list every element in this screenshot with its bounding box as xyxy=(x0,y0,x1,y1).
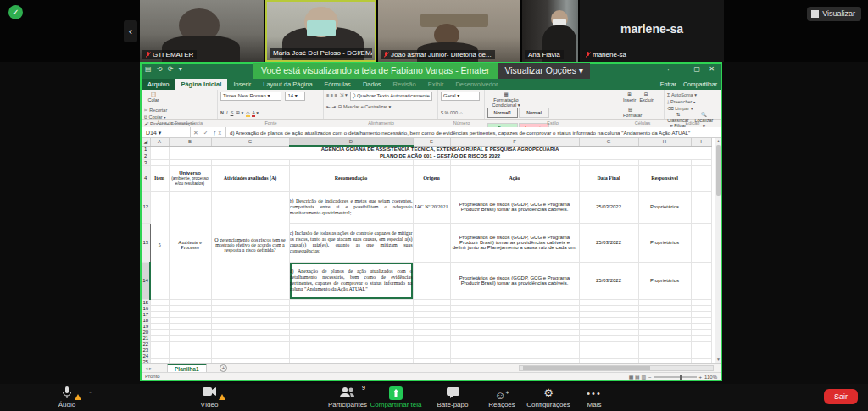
cell-acao[interactable]: Proprietários de riscos (GGDP, GCG e Pro… xyxy=(450,262,579,299)
leave-meeting-button[interactable]: Sair xyxy=(824,389,858,404)
tab-view[interactable]: Exibir xyxy=(422,79,450,90)
tab-page-layout[interactable]: Layout da Página xyxy=(257,79,318,90)
cell-recomendacao-d-selected[interactable]: d) Anexação de planos de ação atualizado… xyxy=(289,262,413,299)
sheet-row[interactable]: 23 xyxy=(142,347,711,353)
plan-data-row[interactable]: 12 5 Ambiente e Processo O gerenciamento… xyxy=(142,191,711,223)
number-format-select[interactable]: Geral ▾ xyxy=(441,92,480,101)
zoom-slider[interactable] xyxy=(654,376,697,378)
sheet-row[interactable]: 2 PLANO DE AÇÃO 001 - GESTÃO DE RISCOS 2… xyxy=(142,153,711,159)
format-cells-button[interactable]: ▤Formatar xyxy=(623,107,637,118)
security-shield-icon[interactable]: ✓ xyxy=(8,5,23,19)
borders-button[interactable]: ⊞ ▾ xyxy=(236,110,243,115)
formula-buttons[interactable]: ✕ ✓ ƒx xyxy=(191,127,226,137)
plan-header-row[interactable]: 4 Item Universo (ambiente, processo e/ou… xyxy=(142,165,711,191)
cell-responsavel[interactable]: Proprietários xyxy=(638,262,691,299)
tab-data[interactable]: Dados xyxy=(357,79,387,90)
select-all-corner[interactable]: ◢ xyxy=(142,138,150,146)
cell-acao[interactable]: Proprietários de riscos (GGDP, GCG e Pro… xyxy=(450,223,579,262)
cell-origem[interactable] xyxy=(413,223,450,262)
align-buttons[interactable]: ≡ ≡ ≡ xyxy=(326,92,337,97)
view-options-button[interactable]: Visualizar Opções ▾ xyxy=(498,63,590,79)
tab-insert[interactable]: Inserir xyxy=(227,79,257,90)
paste-button[interactable]: 📋 Colar xyxy=(144,92,163,103)
cell-data-final[interactable]: 25/03/2022 xyxy=(579,223,638,262)
style-normal[interactable]: Normal xyxy=(519,108,549,118)
quick-access-toolbar[interactable]: ▤ ⟲ ⟳ ▾ xyxy=(145,65,184,73)
cell-data-final[interactable]: 25/03/2022 xyxy=(579,191,638,223)
zoom-out-button[interactable]: − xyxy=(648,375,652,380)
tab-home[interactable]: Página Inicial xyxy=(175,79,227,90)
view-mode-buttons[interactable]: ▦ ▤ ▥ xyxy=(629,374,646,380)
sheet-row[interactable]: 16 xyxy=(142,305,711,311)
underline-button[interactable]: S xyxy=(231,110,234,115)
sheet-row[interactable]: 15 xyxy=(142,299,711,305)
sheet-grid[interactable]: ◢ ABC D EFG HI 1 AGÊNCIA GOIANA DE ASSIS… xyxy=(142,138,715,363)
font-name-select[interactable]: Times New Roman ▾ xyxy=(220,92,281,101)
participant-video[interactable]: marlene-sa marlene-sa xyxy=(580,0,724,62)
delete-cells-button[interactable]: ⊟Excluir xyxy=(639,92,652,103)
zoom-level[interactable]: 110% xyxy=(704,375,717,380)
cell-responsavel[interactable]: Proprietários xyxy=(638,191,691,223)
indent-buttons[interactable]: ⇤ ⇥ xyxy=(326,104,336,109)
name-box[interactable]: D14 ▾ xyxy=(142,127,191,137)
sheet-row[interactable]: 19 xyxy=(142,323,711,329)
merge-center-button[interactable]: ⊟ Mesclar e Centralizar ▾ xyxy=(338,104,391,109)
sheet-row[interactable]: 1 AGÊNCIA GOIANA DE ASSISTÊNCIA TÉCNICA,… xyxy=(142,146,711,153)
italic-button[interactable]: I xyxy=(226,110,228,115)
add-sheet-button[interactable]: + xyxy=(220,364,227,372)
cut-button[interactable]: ✂ Recortar xyxy=(144,107,196,114)
number-buttons[interactable]: $ % 000 ⁘ xyxy=(441,109,481,116)
sheet-row[interactable]: 3 xyxy=(142,159,711,165)
tab-file[interactable]: Arquivo xyxy=(142,79,175,90)
wrap-text-button[interactable]: ⤸ Quebrar Texto Automaticamente xyxy=(350,92,432,101)
fill-button[interactable]: ⤓ Preencher ▾ xyxy=(667,98,697,105)
cell-recomendacao-c[interactable]: c) Inclusão de todas as ações de control… xyxy=(289,223,413,262)
participant-video[interactable]: GTI EMATER xyxy=(140,0,264,62)
autosum-button[interactable]: Σ AutoSoma ▾ xyxy=(667,92,697,98)
cell-item[interactable]: 5 xyxy=(150,191,169,299)
participant-video[interactable]: João asmar Júnior- Diretoria de... xyxy=(378,0,520,62)
cell-origem[interactable] xyxy=(413,262,450,299)
sheet-row[interactable]: 24 xyxy=(142,353,711,358)
insert-cells-button[interactable]: ⊞Inserir xyxy=(623,92,636,103)
bold-button[interactable]: N xyxy=(220,110,224,115)
cell-atividades[interactable]: O gerenciamento dos riscos tem se mostra… xyxy=(211,191,289,299)
sheet-row[interactable]: 17 xyxy=(142,311,711,317)
participant-video-active[interactable]: Maria José Del Peloso - DGI/EMAT... xyxy=(265,0,376,62)
view-layout-button[interactable]: Visualizar xyxy=(807,7,861,21)
cell-data-final[interactable]: 25/03/2022 xyxy=(579,262,638,299)
fill-color-button[interactable]: ◇ xyxy=(246,110,249,117)
sheet-row[interactable]: 20 xyxy=(142,329,711,335)
previous-videos-chevron-icon[interactable]: ‹ xyxy=(124,20,137,42)
vertical-scrollbar[interactable]: ▲▼ xyxy=(715,138,721,363)
tab-formulas[interactable]: Fórmulas xyxy=(319,79,357,90)
tab-developer[interactable]: Desenvolvedor xyxy=(449,79,504,90)
participant-video[interactable]: Ana Flávia xyxy=(522,0,578,62)
clear-button[interactable]: ⌫ Limpar ▾ xyxy=(667,105,697,112)
sheet-nav-arrows[interactable]: ◂ ▸ xyxy=(145,365,152,372)
tab-review[interactable]: Revisão xyxy=(387,79,422,90)
cell-acao[interactable]: Proprietários de riscos (GGDP, GCG e Pro… xyxy=(450,191,579,223)
cell-responsavel[interactable]: Proprietários xyxy=(638,223,691,262)
column-headers[interactable]: ◢ ABC D EFG HI xyxy=(142,138,711,146)
window-controls[interactable]: ⌐ ─ ▢ ✕ xyxy=(668,65,718,73)
cell-origem[interactable]: IAC Nº 20/2021 xyxy=(413,191,450,223)
zoom-in-button[interactable]: + xyxy=(699,375,703,380)
more-button[interactable]: ••• Mais xyxy=(561,386,627,408)
sheet-row[interactable]: 21 xyxy=(142,335,711,341)
share-workbook-button[interactable]: Compartilhar xyxy=(683,79,717,90)
style-normal1[interactable]: Normal1 xyxy=(487,108,518,118)
video-button[interactable]: Vídeo xyxy=(176,386,242,408)
audio-button[interactable]: ⌃ Áudio xyxy=(34,386,100,408)
cell-universo[interactable]: Ambiente e Processo xyxy=(169,191,211,299)
sheet-row[interactable]: 22 xyxy=(142,341,711,347)
copy-button[interactable]: ⧉ Copiar ▾ xyxy=(144,114,196,120)
sheet-row[interactable]: 18 xyxy=(142,317,711,323)
audio-options-chevron-icon[interactable]: ⌃ xyxy=(88,391,93,397)
signin-button[interactable]: Entrar xyxy=(660,79,676,90)
conditional-formatting-button[interactable]: ▦ Formatação Condicional ▾ xyxy=(487,92,525,108)
orientation-button[interactable]: ⇲ ▾ xyxy=(340,92,348,97)
cell-recomendacao-b[interactable]: b) Descrição de indicadores e metas que … xyxy=(289,191,413,223)
font-size-select[interactable]: 14 ▾ xyxy=(285,92,305,101)
horizontal-scrollbar[interactable] xyxy=(519,365,714,371)
